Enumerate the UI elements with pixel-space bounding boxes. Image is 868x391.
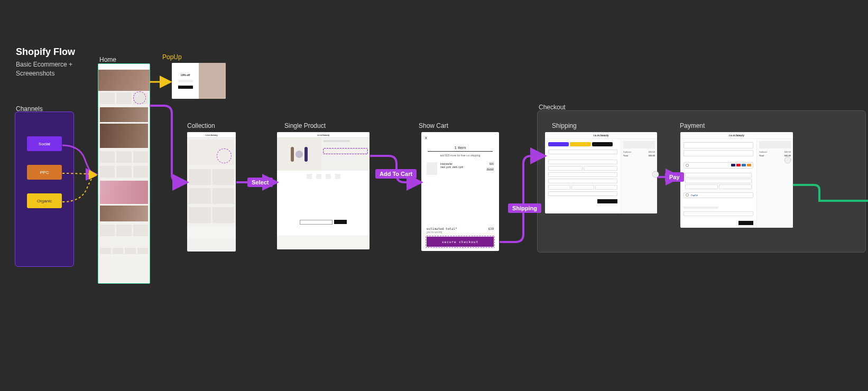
single-screenshot[interactable]: r.e.m.beauty bbox=[277, 132, 370, 249]
cart-item-remove[interactable]: remove bbox=[487, 167, 494, 170]
channel-social[interactable]: Social bbox=[27, 136, 62, 151]
summary-subtotal-label: Subtotal bbox=[623, 151, 631, 153]
collection-screenshot[interactable]: r.e.m.beauty bbox=[187, 132, 236, 252]
summary-thumb bbox=[623, 141, 655, 148]
apt-field[interactable] bbox=[548, 179, 617, 183]
collection-hero bbox=[189, 140, 234, 165]
home-label: Home bbox=[99, 56, 116, 63]
cart-header: × bbox=[421, 132, 499, 144]
edge-addtocart: Add To Cart bbox=[375, 169, 417, 179]
checkout-label: Checkout bbox=[539, 104, 566, 111]
home-hero bbox=[98, 70, 150, 91]
secure-checkout-button[interactable]: secure checkout bbox=[427, 237, 494, 247]
pay-total-value: $46.80 bbox=[784, 154, 791, 157]
cvv-field[interactable] bbox=[719, 184, 752, 189]
home-product-highlight bbox=[133, 91, 146, 104]
card-fields bbox=[684, 171, 753, 191]
mastercard-icon bbox=[736, 164, 741, 166]
single-header: r.e.m.beauty bbox=[277, 132, 370, 138]
visa-icon bbox=[731, 164, 735, 166]
home-thumbs bbox=[98, 246, 150, 256]
cart-item-price: $30 bbox=[487, 162, 494, 165]
collection-label: Collection bbox=[187, 122, 215, 129]
home-banner-3 bbox=[100, 124, 148, 148]
collection-row-1 bbox=[187, 167, 236, 187]
paypal-label: PayPal bbox=[691, 194, 698, 197]
pay-subtotal-label: Subtotal bbox=[759, 151, 767, 153]
payment-form: PayPal bbox=[680, 139, 756, 228]
cart-screenshot[interactable]: × 1 item add $15 more for free u.s shipp… bbox=[421, 132, 499, 251]
home-products-2 bbox=[98, 150, 150, 164]
cart-saving: you're saving bbox=[427, 230, 494, 234]
popup-cta bbox=[178, 86, 193, 89]
creditcard-option[interactable] bbox=[684, 162, 753, 169]
product-bottle-2 bbox=[304, 147, 308, 162]
summary-total-value: $30.00 bbox=[649, 154, 655, 157]
payment-header: r.e.m.beauty bbox=[680, 132, 793, 139]
firstname-field[interactable] bbox=[548, 166, 583, 171]
home-products-3 bbox=[98, 164, 150, 179]
home-footer bbox=[98, 238, 150, 246]
shipping-header: r.e.m.beauty bbox=[545, 132, 657, 139]
state-field[interactable] bbox=[571, 185, 594, 190]
newsletter-submit bbox=[334, 220, 347, 224]
single-image bbox=[277, 138, 321, 171]
pay-subtotal-value: $30.00 bbox=[784, 151, 791, 153]
newsletter-input bbox=[300, 220, 333, 225]
collection-row-3 bbox=[187, 206, 236, 225]
payment-summary: Subtotal$30.00 Total$46.80 bbox=[756, 139, 793, 228]
billing-same[interactable] bbox=[684, 211, 753, 216]
shoppay-button[interactable] bbox=[548, 142, 569, 146]
home-banner-5 bbox=[100, 206, 148, 221]
continue-shipping-button[interactable] bbox=[597, 199, 617, 203]
summary-thumb bbox=[759, 141, 791, 148]
contact-summary bbox=[684, 142, 753, 148]
cardname-field[interactable] bbox=[685, 179, 752, 183]
close-icon[interactable]: × bbox=[424, 135, 428, 141]
product-compact bbox=[296, 151, 303, 158]
phone-field[interactable] bbox=[548, 191, 617, 196]
popup-input bbox=[178, 80, 193, 82]
edge-select: Select bbox=[247, 178, 273, 187]
edge-shipping: Shipping bbox=[508, 203, 541, 213]
address-field[interactable] bbox=[548, 172, 617, 177]
addtocart-highlight bbox=[323, 148, 368, 154]
radio-icon bbox=[686, 164, 689, 167]
channels-panel[interactable]: Social PPC Organic bbox=[15, 111, 74, 267]
email-field[interactable] bbox=[548, 150, 617, 154]
single-footer bbox=[277, 235, 370, 249]
home-screenshot[interactable] bbox=[98, 63, 150, 284]
home-header bbox=[98, 64, 150, 70]
gpay-button[interactable] bbox=[592, 142, 613, 146]
discover-icon bbox=[747, 164, 751, 166]
shipping-screenshot[interactable]: r.e.m.beauty Subtotal$30. bbox=[545, 132, 657, 213]
cart-count: 1 item bbox=[428, 144, 493, 152]
collection-row-2 bbox=[187, 187, 236, 206]
paypal-option[interactable]: PayPal bbox=[684, 192, 753, 199]
cardnumber-field[interactable] bbox=[685, 173, 752, 178]
channel-organic[interactable]: Organic bbox=[27, 193, 62, 208]
city-field[interactable] bbox=[548, 185, 570, 190]
popup-offer-panel: 10% off bbox=[172, 63, 199, 99]
amazonpay-button[interactable] bbox=[570, 142, 590, 146]
collection-header: r.e.m.beauty bbox=[187, 132, 236, 138]
zip-field[interactable] bbox=[595, 185, 617, 190]
payment-screenshot[interactable]: r.e.m.beauty PayPa bbox=[680, 132, 793, 228]
channel-ppc[interactable]: PPC bbox=[27, 165, 62, 180]
country-field[interactable] bbox=[548, 160, 617, 164]
shipping-summary: Subtotal$30.00 Total$30.00 bbox=[621, 139, 657, 213]
exp-field[interactable] bbox=[685, 184, 718, 189]
single-addtocart-wrap bbox=[324, 148, 368, 154]
paynow-button[interactable] bbox=[738, 221, 753, 225]
single-label: Single Product bbox=[284, 122, 326, 129]
lastname-field[interactable] bbox=[584, 166, 618, 171]
popup-screenshot[interactable]: 10% off bbox=[172, 63, 226, 99]
edge-pay: Pay bbox=[665, 172, 684, 182]
product-bottle bbox=[291, 147, 294, 162]
home-banner-2 bbox=[100, 107, 148, 122]
collection-footer bbox=[187, 227, 236, 238]
flow-canvas[interactable]: Shopify Flow Basic Ecommerce + Screeensh… bbox=[0, 0, 868, 391]
radio-icon bbox=[686, 193, 689, 197]
pay-total-label: Total bbox=[759, 154, 764, 157]
cart-total-value: $30 bbox=[488, 227, 494, 230]
